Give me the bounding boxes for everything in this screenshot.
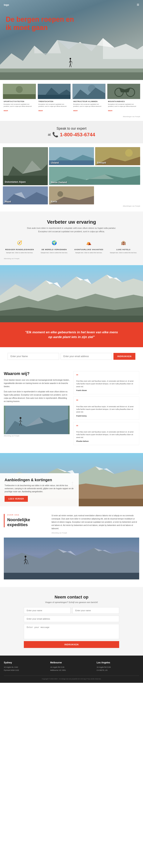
expeditions-layout: OVER ONS Noordelijke expedities Ut enim … [4,514,139,534]
why-text1: Onze klanten kiezen voor ons omdat we to… [4,378,69,388]
testimonial-1: " Post illas eram wim sed faucibus turpi… [74,371,139,394]
dest-kenya[interactable]: Kenia [49,186,94,205]
svg-rect-52 [0,316,143,322]
quote-text: "Elk moment en elke gebeurtenis in het l… [24,330,119,340]
offers-text: Trekbeurten in de bescherming van laften… [5,484,74,493]
svg-rect-18 [38,95,70,99]
newsletter-name-input[interactable] [8,353,59,360]
world-icon: 🌍 [50,239,58,247]
testimonial-author-3: Phoebe Nelson [76,440,136,442]
dest-dolomites[interactable]: Dolomieten Alpen [3,147,48,185]
contact-name-row [24,607,119,614]
activities-section: SPORTACTIVITEITEN Excepteur sint occaeca… [0,80,143,121]
why-photo-credit: Afbeelding van Freepik [4,435,69,437]
dest-nepal[interactable]: Nepal [3,186,48,205]
improve-adventure: ⛺ AVONTUURLIJKE VAKANTIES Sample text. C… [73,239,105,254]
mountain-landscape [0,265,143,322]
improve-photo-credit: Afbeelding van Freepik [4,258,139,259]
svg-point-44 [57,191,63,197]
footer-col-melbourne: Melbourne 16 Argyle Rd 2136Melbourne VIC… [50,661,93,672]
expeditions-photo-credit: Afbeelding van Freepik [52,532,139,534]
testimonial-text-1: Post illas eram wim sed faucibus turpis.… [76,380,136,388]
phone-number[interactable]: 1-800-453-6744 [60,132,95,137]
navigation: logo ≡ [0,0,143,9]
activity-title-climb: INSTRUCTEUR KLIMMEN [73,100,105,102]
testimonial-text-3: Post illas eram wim sed faucibus turpis.… [76,431,136,439]
svg-marker-2 [103,38,143,59]
activity-link-climb[interactable]: MEER [73,110,78,112]
expeditions-left: OVER ONS Noordelijke expedities [4,514,48,527]
activity-image-mtb [107,84,140,99]
improve-title-adventure: AVONTUURLIJKE VAKANTIES [73,249,105,250]
improve-title: Verbeter uw ervaring [4,219,139,225]
destinations-section: Dolomieten Alpen IJsland Ethiopië [0,143,143,212]
improve-world: 🌍 DE WERELD VERKENNEN Sample text. Click… [38,239,70,254]
contact-form: INDRUKKEN [24,607,119,648]
svg-point-79 [25,556,26,558]
activity-link-sport[interactable]: MEER [4,110,8,112]
guide-icon: 🧭 [16,239,24,247]
activity-link-mtb[interactable]: MEER [108,110,113,112]
contact-message-input[interactable] [24,624,119,639]
footer-copyright: Copyright © 2020-2024 - Ce design est un… [4,678,139,680]
activity-image-sport [3,84,36,99]
improve-grid: 🧭 REIDIGER RONDELEIDINGEN Sample text. C… [4,239,139,254]
hamburger-icon[interactable]: ≡ [137,2,139,7]
svg-point-6 [69,58,71,59]
dest-newzealand[interactable]: Nieuw Zeeland [49,167,140,185]
activity-link-trek[interactable]: MEER [38,110,43,112]
testimonial-author-1: Frank Abram [76,390,136,391]
contact-section: Neem contact op Vragen of opmerkingen? S… [0,587,143,656]
improve-guide: 🧭 REIDIGER RONDELEIDINGEN Sample text. C… [4,239,35,254]
dest-ethiopia[interactable]: Ethiopië [95,147,140,165]
svg-point-14 [16,86,23,93]
improve-hotels: 🏨 LUXE HOTELS Sample text. Click to sele… [108,239,139,254]
why-title: Waarom wij? [4,371,69,376]
offers-content: Aanbiedingen & kortingen Trekbeurten in … [0,473,79,506]
svg-rect-5 [0,72,143,80]
activity-text-trek: Excepteur sint occaecat cupidatat non pr… [38,103,70,107]
expert-text: Speak to our expert [4,127,139,131]
dest-iceland[interactable]: IJsland [49,147,94,165]
quote-mark-2: " [76,399,136,404]
expeditions-section: OVER ONS Noordelijke expedities Ut enim … [0,506,143,587]
hiker-figure [69,58,72,68]
svg-rect-15 [3,94,35,99]
activity-text-mtb: Excepteur sint occaecat cupidatat non pr… [108,103,140,107]
destinations-grid: Dolomieten Alpen IJsland Ethiopië [3,147,140,185]
expeditions-right: Ut enim ad minim veniam, quis nostrud ex… [52,514,139,534]
hero-title: De bergen roepen en ik moet gaan [6,15,74,32]
activity-title-trek: TRENTOCHTEN [38,100,70,102]
expeditions-title: Noordelijke expedities [7,517,48,527]
activity-image-climb [73,84,106,99]
logo[interactable]: logo [4,3,9,6]
why-section: Waarom wij? Onze klanten kiezen voor ons… [0,366,143,453]
why-text2: Duis aute irure dolor in reprehenderit i… [4,390,69,403]
expert-section: Speak to our expert at 📞 1-800-453-6744 [0,121,143,143]
offers-readmore-button[interactable]: LEES VERDER [5,496,28,502]
dest-label-iceland: IJsland [51,161,59,164]
testimonial-3: " Post illas eram wim sed faucibus turpi… [74,422,139,445]
why-right: " Post illas eram wim sed faucibus turpi… [74,371,139,447]
footer-city-sydney: Sydney [4,661,46,664]
newsletter-section: INDRUKKEN [0,347,143,366]
contact-submit-button[interactable]: INDRUKKEN [24,641,119,648]
dest-label-ethiopia: Ethiopië [97,161,106,164]
contact-lastname-input[interactable] [73,607,119,614]
newsletter-submit-button[interactable]: INDRUKKEN [113,353,135,360]
dest-label-nepal: Nepal [5,200,11,203]
activity-title-sport: SPORTACTIVITEITEN [4,100,35,102]
contact-firstname-input[interactable] [24,607,70,614]
footer-col-sydney: Sydney 10 Argyle ML 2162Pyrmont NSW 2132 [4,661,46,672]
newsletter-email-input[interactable] [61,353,112,360]
quote-mark-1: " [76,374,136,378]
svg-line-10 [69,64,70,67]
activity-card-mtb: MOUNTAINBIKES Excepteur sint occaecat cu… [107,84,140,114]
improve-section: Verbeter uw ervaring Duis aute irure dol… [0,212,143,265]
at-text: at [48,133,51,137]
contact-email-input[interactable] [24,616,119,622]
activity-text-climb: Excepteur sint occaecat cupidatat non pr… [73,103,105,107]
expert-phone: at 📞 1-800-453-6744 [4,132,139,137]
offers-title: Aanbiedingen & kortingen [5,478,74,482]
offers-section: Aanbiedingen & kortingen Trekbeurten in … [0,453,143,506]
